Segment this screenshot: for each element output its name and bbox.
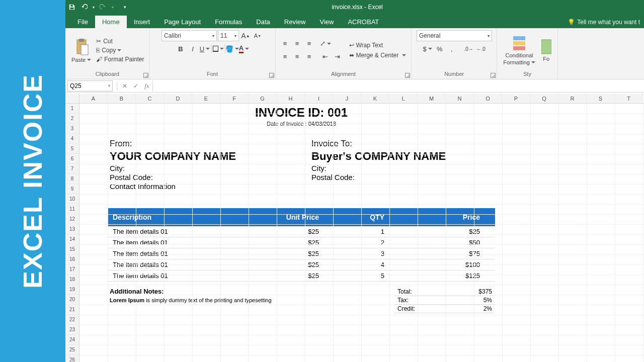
row-header[interactable]: 17 (65, 264, 79, 275)
tell-me[interactable]: 💡 Tell me what you want t (564, 16, 644, 28)
tab-acrobat[interactable]: ACROBAT (341, 16, 386, 28)
comma-format-button[interactable]: , (446, 43, 457, 54)
tab-page-layout[interactable]: Page Layout (157, 16, 208, 28)
undo-dropdown-icon[interactable]: ▾ (93, 5, 95, 10)
col-header[interactable]: K (361, 94, 389, 103)
row-header[interactable]: 11 (65, 204, 79, 214)
wrap-text-button[interactable]: ↩Wrap Text (348, 41, 408, 49)
number-format-select[interactable]: General▾ (417, 30, 492, 41)
row-header[interactable]: 9 (65, 184, 79, 194)
decrease-decimal-button[interactable]: ←.0 (475, 43, 487, 54)
orientation-button[interactable]: ⤢ (320, 38, 331, 49)
col-header[interactable]: M (418, 94, 446, 103)
row-header[interactable]: 5 (65, 144, 79, 154)
align-middle-button[interactable]: ≡ (292, 38, 303, 49)
col-header[interactable]: B (108, 94, 136, 103)
name-box[interactable]: Q25▾ (67, 80, 113, 92)
col-header[interactable]: R (558, 94, 587, 103)
row-header[interactable]: 15 (65, 244, 79, 254)
tab-data[interactable]: Data (249, 16, 277, 28)
worksheet[interactable]: ABCDEFGHIJKLMNOPQRST 1234567891011121314… (65, 94, 644, 362)
col-header[interactable]: N (446, 94, 474, 103)
row-header[interactable]: 18 (65, 275, 79, 285)
select-all-corner[interactable] (65, 94, 79, 103)
bold-button[interactable]: B (175, 43, 186, 54)
col-header[interactable]: S (587, 94, 615, 103)
row-header[interactable]: 3 (65, 124, 79, 134)
col-header[interactable]: J (333, 94, 361, 103)
row-header[interactable]: 4 (65, 134, 79, 144)
font-name-select[interactable]: Calibri▾ (162, 30, 217, 41)
row-header[interactable]: 23 (65, 325, 79, 335)
col-header[interactable]: O (474, 94, 502, 103)
col-header[interactable]: H (277, 94, 305, 103)
italic-button[interactable]: I (187, 43, 198, 54)
conditional-formatting-button[interactable]: Conditional Formatting (501, 34, 537, 66)
col-header[interactable]: Q (530, 94, 558, 103)
decrease-font-button[interactable]: A▼ (252, 30, 263, 41)
tab-view[interactable]: View (312, 16, 341, 28)
align-left-button[interactable]: ≡ (280, 51, 291, 62)
row-header[interactable]: 20 (65, 295, 79, 305)
row-header[interactable]: 12 (65, 214, 79, 224)
cells-grid[interactable]: INVOICE ID: 001 Date of Invoice : 04/03/… (79, 104, 644, 362)
qat-customize-icon[interactable]: ▾ (124, 5, 126, 10)
fill-color-button[interactable]: 🪣 (226, 43, 237, 54)
undo-icon[interactable] (80, 4, 88, 11)
redo-dropdown-icon[interactable]: ▾ (112, 5, 114, 10)
row-header[interactable]: 21 (65, 305, 79, 315)
row-header[interactable]: 24 (65, 335, 79, 345)
row-header[interactable]: 10 (65, 194, 79, 204)
row-header[interactable]: 13 (65, 224, 79, 234)
format-painter-button[interactable]: 🖌Format Painter (95, 55, 145, 63)
col-header[interactable]: D (164, 94, 192, 103)
redo-icon[interactable] (100, 4, 107, 11)
copy-button[interactable]: ⎘Copy (95, 46, 145, 54)
increase-indent-button[interactable]: ⇥ (332, 51, 343, 62)
col-header[interactable]: F (220, 94, 249, 103)
decrease-indent-button[interactable]: ⇤ (320, 51, 331, 62)
row-header[interactable]: 26 (65, 355, 79, 362)
increase-font-button[interactable]: A▲ (240, 30, 251, 41)
increase-decimal-button[interactable]: .0→ (463, 43, 474, 54)
tab-file[interactable]: File (70, 16, 95, 28)
align-center-button[interactable]: ≡ (292, 51, 303, 62)
tab-formulas[interactable]: Formulas (208, 16, 249, 28)
cut-button[interactable]: ✂Cut (95, 37, 145, 45)
tab-insert[interactable]: Insert (127, 16, 157, 28)
formula-input[interactable] (152, 80, 644, 92)
font-launcher[interactable] (269, 73, 274, 78)
row-header[interactable]: 16 (65, 254, 79, 264)
merge-center-button[interactable]: ⬌Merge & Center (348, 51, 408, 59)
borders-button[interactable] (213, 43, 224, 54)
clipboard-launcher[interactable] (143, 73, 148, 78)
font-size-select[interactable]: 11▾ (218, 30, 239, 41)
font-color-button[interactable]: A (238, 43, 250, 54)
insert-function-button[interactable]: fx (141, 82, 152, 90)
row-header[interactable]: 7 (65, 164, 79, 174)
paste-button[interactable]: Paste (69, 37, 93, 64)
col-header[interactable]: T (615, 94, 643, 103)
row-header[interactable]: 25 (65, 345, 79, 355)
row-header[interactable]: 2 (65, 114, 79, 124)
row-header[interactable]: 22 (65, 315, 79, 325)
row-header[interactable]: 19 (65, 285, 79, 295)
number-launcher[interactable] (491, 73, 496, 78)
col-header[interactable]: I (305, 94, 333, 103)
tab-review[interactable]: Review (277, 16, 313, 28)
align-top-button[interactable]: ≡ (280, 38, 291, 49)
col-header[interactable]: L (389, 94, 418, 103)
save-icon[interactable] (68, 4, 75, 11)
row-header[interactable]: 1 (65, 104, 79, 114)
percent-format-button[interactable]: % (434, 43, 445, 54)
col-header[interactable]: A (79, 94, 108, 103)
col-header[interactable]: P (502, 94, 530, 103)
align-bottom-button[interactable]: ≡ (304, 38, 315, 49)
row-header[interactable]: 14 (65, 234, 79, 244)
enter-formula-button[interactable]: ✓ (130, 82, 141, 89)
col-header[interactable]: G (249, 94, 277, 103)
underline-button[interactable]: U (199, 43, 210, 54)
align-right-button[interactable]: ≡ (304, 51, 315, 62)
format-table-button[interactable]: Fo (539, 38, 553, 63)
row-header[interactable]: 6 (65, 154, 79, 164)
